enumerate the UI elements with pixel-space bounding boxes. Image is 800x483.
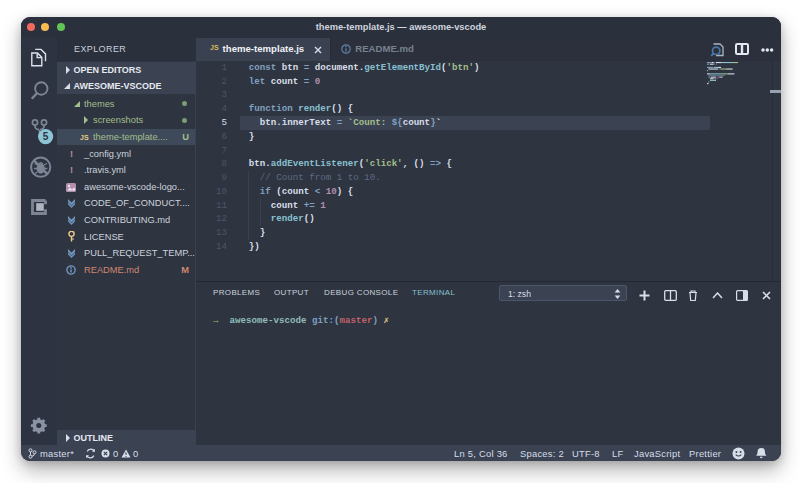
svg-text:5: 5	[43, 131, 49, 142]
